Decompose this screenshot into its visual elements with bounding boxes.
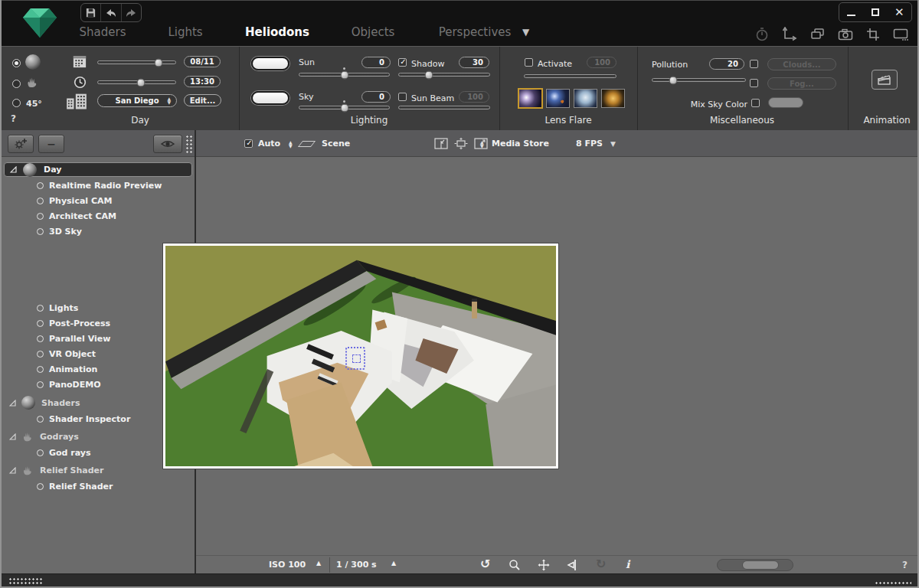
sun-color-swatch[interactable] <box>251 57 289 70</box>
sunbeam-checkbox[interactable] <box>398 93 407 101</box>
date-slider[interactable] <box>97 60 176 64</box>
pan-tool-icon[interactable] <box>538 559 550 571</box>
preview-zoom-slider[interactable] <box>717 559 793 571</box>
radio-icon[interactable] <box>37 228 44 235</box>
iso-label[interactable]: ISO 100 <box>269 560 306 570</box>
sun-power-field[interactable]: 0 <box>361 57 391 68</box>
zoom-tool-icon[interactable] <box>509 559 521 571</box>
animation-button[interactable] <box>872 70 898 90</box>
heliodon-mode-radio[interactable] <box>12 59 21 67</box>
radio-icon[interactable] <box>37 483 44 490</box>
angle-45-radio[interactable] <box>12 99 21 107</box>
info-icon[interactable]: i <box>626 558 630 570</box>
expander-icon[interactable] <box>9 433 16 440</box>
close-button[interactable]: ✕ <box>888 3 911 21</box>
tab-shaders[interactable]: Shaders <box>80 25 126 39</box>
flare-preset-4[interactable] <box>601 89 625 108</box>
resize-grip-left[interactable] <box>8 577 42 585</box>
expander-icon[interactable] <box>9 400 16 407</box>
sky-slider[interactable] <box>299 106 390 109</box>
crop-icon[interactable] <box>866 28 880 41</box>
radio-icon[interactable] <box>37 381 44 388</box>
resize-grip-right[interactable] <box>875 581 911 585</box>
expander-icon[interactable] <box>9 467 16 474</box>
radio-icon[interactable] <box>37 305 44 312</box>
render-window-icon[interactable] <box>893 28 908 41</box>
time-slider-thumb[interactable] <box>136 79 145 87</box>
sun-slider-thumb[interactable] <box>340 71 348 80</box>
preview-help[interactable]: ? <box>902 560 908 570</box>
radio-icon[interactable] <box>37 449 44 456</box>
time-slider[interactable] <box>97 80 176 84</box>
edit-city-button[interactable]: Edit... <box>184 94 221 106</box>
time-field[interactable]: 13:30 <box>184 76 221 87</box>
shutter-stepper-icon[interactable]: ▲ <box>391 560 396 567</box>
sun-slider[interactable] <box>299 73 390 77</box>
radio-icon[interactable] <box>37 416 44 423</box>
manual-mode-radio[interactable] <box>12 80 21 88</box>
tree-item[interactable]: 3D Sky <box>2 224 195 239</box>
rotate-view-icon[interactable]: ↺ <box>480 557 490 571</box>
tree-item[interactable]: Relief Shader <box>2 479 195 494</box>
fog-checkbox[interactable] <box>750 79 758 87</box>
remove-heliodon-button[interactable]: − <box>38 135 64 153</box>
tab-heliodons[interactable]: Heliodons <box>245 25 309 39</box>
expand-view-icon[interactable] <box>474 138 488 149</box>
mix-sky-checkbox[interactable] <box>751 99 760 107</box>
tab-perspectives[interactable]: Perspectives <box>439 25 512 39</box>
tree-item[interactable]: Physical CAM <box>2 193 195 208</box>
camera-view-icon[interactable] <box>567 559 578 571</box>
shadow-slider-thumb[interactable] <box>424 71 433 80</box>
redo-button[interactable] <box>122 4 141 21</box>
tree-group-day[interactable]: Day <box>4 162 192 177</box>
undo-button[interactable] <box>101 4 121 21</box>
visibility-button[interactable] <box>153 135 182 153</box>
flare-preset-3[interactable] <box>574 89 597 108</box>
sidebar-grip[interactable] <box>185 135 193 153</box>
radio-icon[interactable] <box>37 213 44 220</box>
perspectives-dropdown-icon[interactable]: ▼ <box>522 27 529 38</box>
move-axes-icon[interactable] <box>782 27 797 41</box>
add-heliodon-button[interactable] <box>8 135 34 153</box>
shrink-view-icon[interactable] <box>434 138 448 149</box>
radio-icon[interactable] <box>37 366 44 373</box>
tree-item[interactable]: Architect CAM <box>2 208 195 224</box>
sky-slider-thumb[interactable] <box>340 104 348 113</box>
radio-icon[interactable] <box>37 335 44 342</box>
fit-view-icon[interactable] <box>454 138 468 149</box>
shadow-field[interactable]: 30 <box>459 57 489 68</box>
duplicate-icon[interactable] <box>810 28 825 41</box>
fps-select[interactable]: 8 FPS ▼ <box>576 130 616 157</box>
minimize-button[interactable] <box>839 3 863 21</box>
radio-icon[interactable] <box>37 351 44 358</box>
radio-icon[interactable] <box>37 198 44 204</box>
tab-lights[interactable]: Lights <box>168 25 202 39</box>
render-preview[interactable] <box>163 243 558 469</box>
auto-checkbox[interactable]: ✓ Auto <box>244 130 280 157</box>
expander-icon[interactable] <box>10 166 17 173</box>
date-slider-thumb[interactable] <box>154 59 162 67</box>
shutter-label[interactable]: 1 / 300 s <box>336 560 377 570</box>
city-select[interactable]: San Diego ▲▼ <box>97 94 177 107</box>
media-store-label[interactable]: Media Store <box>492 130 549 157</box>
iso-stepper-icon[interactable]: ▲ <box>316 560 321 567</box>
preview-zoom-handle[interactable] <box>742 560 779 570</box>
shadow-slider[interactable] <box>398 73 490 77</box>
timer-icon[interactable] <box>755 27 769 41</box>
pollution-slider-thumb[interactable] <box>669 77 677 85</box>
flare-preset-2[interactable] <box>546 89 570 108</box>
tree-item[interactable]: Realtime Radio Preview <box>2 178 195 193</box>
sky-power-field[interactable]: 0 <box>361 91 391 103</box>
camera-icon[interactable] <box>838 28 853 41</box>
shadow-checkbox[interactable]: ✓ <box>398 58 407 67</box>
sky-color-swatch[interactable] <box>251 91 289 105</box>
tab-objects[interactable]: Objects <box>352 25 395 39</box>
flare-preset-1[interactable] <box>518 88 543 109</box>
day-help[interactable]: ? <box>11 113 16 124</box>
scene-stepper[interactable]: ▲▼ <box>289 130 293 157</box>
save-button[interactable] <box>81 4 101 21</box>
pollution-slider[interactable] <box>652 78 746 82</box>
radio-icon[interactable] <box>37 320 44 327</box>
clouds-checkbox[interactable] <box>750 60 758 68</box>
heliodon-marker[interactable] <box>345 347 365 370</box>
